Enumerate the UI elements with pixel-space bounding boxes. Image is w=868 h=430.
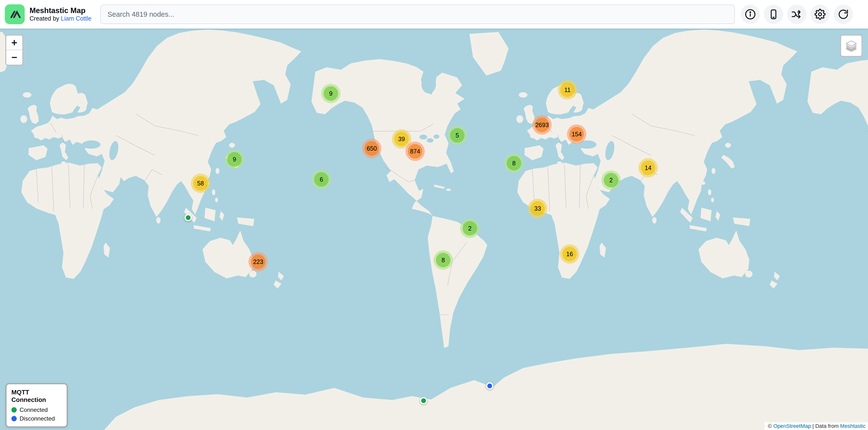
cluster-count: 2: [609, 177, 613, 183]
node-cluster-marker[interactable]: 223: [248, 252, 268, 271]
legend-title: MQTT Connection: [11, 389, 62, 404]
mqtt-legend: MQTT Connection ConnectedDisconnected: [6, 383, 68, 427]
node-cluster-marker[interactable]: 33: [528, 199, 547, 218]
node-cluster-marker[interactable]: 8: [504, 154, 524, 173]
layers-control-button[interactable]: [840, 35, 862, 57]
node-cluster-marker[interactable]: 8: [434, 250, 453, 270]
title-block: Meshtastic Map Created by Liam Cottle: [30, 6, 92, 23]
node-cluster-marker[interactable]: 2: [601, 170, 621, 190]
cluster-count: 14: [645, 165, 651, 171]
node-marker-disconnected[interactable]: [486, 382, 493, 390]
cluster-count: 8: [441, 257, 445, 263]
legend-status-dot: [11, 416, 17, 421]
cluster-count: 6: [320, 176, 323, 183]
cluster-count: 39: [398, 136, 405, 142]
osm-link[interactable]: OpenStreetMap: [773, 423, 811, 429]
node-cluster-marker[interactable]: 2: [460, 219, 479, 238]
search-wrap: [100, 5, 735, 24]
node-cluster-marker[interactable]: 16: [560, 244, 579, 264]
node-cluster-marker[interactable]: 154: [567, 125, 586, 144]
zoom-in-button[interactable]: +: [6, 36, 22, 50]
node-cluster-marker[interactable]: 874: [405, 142, 425, 161]
header-buttons: [741, 5, 853, 24]
page-title: Meshtastic Map: [30, 6, 92, 15]
refresh-button[interactable]: [834, 5, 853, 24]
mobile-app-button[interactable]: [764, 5, 783, 24]
attribution-separator: | Data from: [811, 423, 840, 429]
cluster-count: 9: [329, 91, 333, 97]
node-cluster-marker[interactable]: 6: [312, 170, 331, 189]
marker-layer: 911269315439650874595868214332168223: [0, 0, 868, 430]
cluster-count: 16: [566, 251, 573, 257]
node-cluster-marker[interactable]: 9: [225, 150, 244, 169]
settings-gear-icon: [814, 9, 826, 20]
random-node-button[interactable]: [787, 5, 806, 24]
zoom-control: + −: [5, 35, 23, 66]
byline-prefix: Created by: [30, 15, 61, 22]
legend-items: ConnectedDisconnected: [11, 406, 62, 422]
cluster-count: 33: [534, 205, 541, 211]
node-cluster-marker[interactable]: 14: [639, 158, 658, 177]
cluster-count: 223: [253, 259, 263, 265]
cluster-count: 5: [456, 132, 459, 138]
cluster-count: 58: [197, 180, 204, 187]
meshtastic-link[interactable]: Meshtastic: [840, 423, 866, 429]
header-bar: Meshtastic Map Created by Liam Cottle: [0, 0, 868, 29]
node-cluster-marker[interactable]: 58: [191, 174, 210, 193]
copyright-text: ©: [768, 423, 773, 429]
legend-status-label: Disconnected: [20, 415, 55, 422]
shuffle-icon: [791, 9, 802, 20]
settings-button[interactable]: [810, 5, 830, 24]
legend-item: Connected: [11, 406, 62, 413]
node-marker-connected[interactable]: [185, 214, 192, 221]
node-cluster-marker[interactable]: 650: [362, 139, 381, 158]
cluster-count: 874: [410, 148, 420, 155]
info-button[interactable]: [741, 5, 760, 24]
smartphone-icon: [768, 9, 779, 20]
map-attribution: © OpenStreetMap | Data from Meshtastic: [765, 422, 868, 430]
cluster-count: 8: [512, 160, 516, 166]
map-canvas[interactable]: 911269315439650874595868214332168223: [0, 0, 868, 430]
search-input[interactable]: [100, 5, 735, 24]
legend-item: Disconnected: [11, 415, 62, 422]
node-cluster-marker[interactable]: 11: [558, 80, 577, 100]
author-link[interactable]: Liam Cottle: [61, 15, 91, 22]
cluster-count: 154: [571, 131, 582, 137]
node-cluster-marker[interactable]: 2693: [532, 115, 552, 135]
node-cluster-marker[interactable]: 9: [321, 84, 341, 103]
legend-status-dot: [11, 407, 17, 412]
node-cluster-marker[interactable]: 5: [447, 126, 467, 145]
meshtastic-logo-icon: [5, 4, 25, 24]
refresh-icon: [838, 9, 849, 20]
cluster-count: 9: [233, 156, 236, 162]
cluster-count: 2: [468, 225, 471, 231]
byline: Created by Liam Cottle: [30, 15, 92, 22]
layers-icon: [844, 39, 858, 53]
cluster-count: 2693: [535, 122, 549, 128]
cluster-count: 650: [367, 145, 377, 152]
node-marker-connected[interactable]: [420, 397, 427, 404]
cluster-count: 11: [564, 87, 570, 93]
legend-status-label: Connected: [20, 406, 48, 413]
info-icon: [745, 9, 756, 20]
zoom-out-button[interactable]: −: [6, 50, 22, 65]
